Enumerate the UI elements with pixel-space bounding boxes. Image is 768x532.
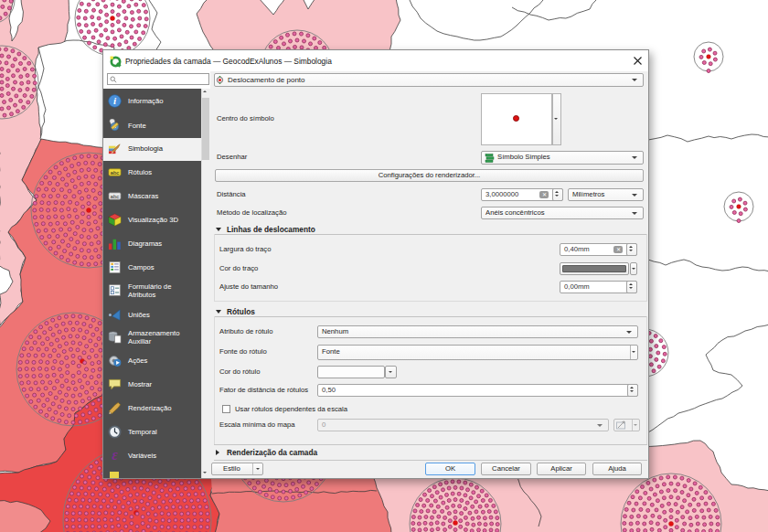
svg-text:abc: abc [111,169,120,176]
svg-text:ε: ε [112,449,118,463]
svg-text:abc: abc [111,193,120,199]
